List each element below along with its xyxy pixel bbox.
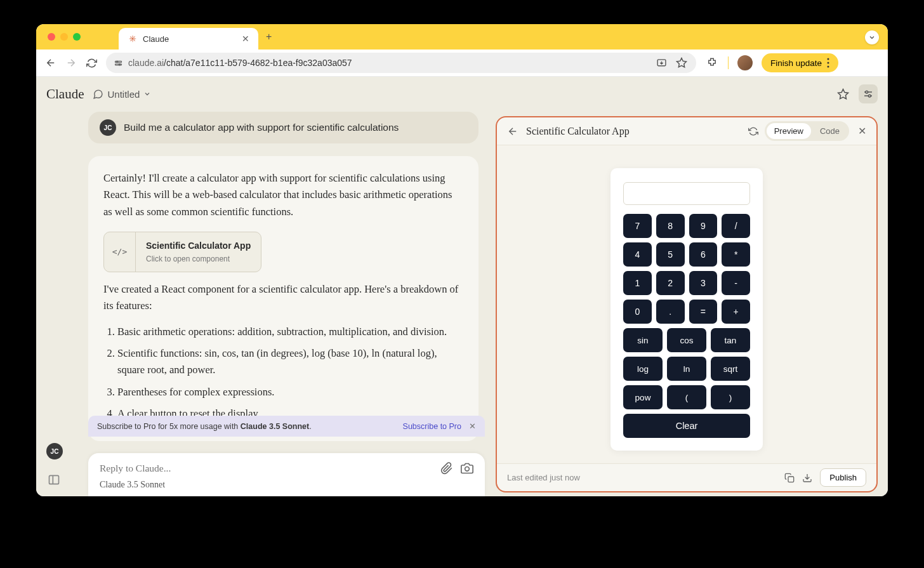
calc-key-8[interactable]: 8: [656, 214, 685, 238]
app-header: Claude Untitled: [36, 77, 888, 111]
install-app-icon[interactable]: [654, 56, 668, 70]
extensions-icon[interactable]: [705, 56, 719, 70]
browser-tab[interactable]: Claude ✕: [119, 28, 258, 50]
chat-title: Untitled: [107, 89, 140, 100]
svg-point-8: [828, 66, 829, 68]
more-icon: [827, 58, 829, 68]
sidebar-toggle-icon[interactable]: [48, 473, 60, 486]
code-icon: </>: [104, 232, 136, 272]
calc-key-sin[interactable]: sin: [623, 328, 663, 352]
artifact-body: 7 8 9 / 4 5 6 * 1 2 3 - 0: [497, 145, 876, 463]
finish-update-button[interactable]: Finish update: [762, 53, 838, 72]
artifact-refresh-icon[interactable]: [748, 126, 758, 136]
nav-back-button[interactable]: [45, 57, 56, 69]
favorite-star-button[interactable]: [833, 84, 852, 103]
calc-key-6[interactable]: 6: [689, 242, 718, 267]
calc-key-log[interactable]: log: [623, 357, 663, 381]
artifact-panel: Scientific Calculator App Preview Code ✕: [496, 116, 878, 492]
camera-icon[interactable]: [461, 462, 473, 475]
calc-key-3[interactable]: 3: [689, 271, 718, 295]
model-label[interactable]: Claude 3.5 Sonnet: [100, 480, 473, 490]
assistant-message: Certainly! I'll create a calculator app …: [88, 156, 478, 441]
calc-key-9[interactable]: 9: [689, 214, 718, 238]
calc-key-tan[interactable]: tan: [711, 328, 750, 352]
chat-title-dropdown[interactable]: Untitled: [93, 89, 151, 100]
calc-key-7[interactable]: 7: [623, 214, 652, 238]
url-host: claude.ai: [128, 58, 164, 68]
svg-point-6: [828, 58, 829, 60]
promo-cta[interactable]: Subscribe to Pro: [403, 422, 461, 431]
view-toggle: Preview Code: [765, 121, 849, 141]
calc-key-5[interactable]: 5: [656, 242, 685, 267]
copy-icon[interactable]: [784, 473, 795, 483]
calc-key-sqrt[interactable]: sqrt: [711, 357, 750, 381]
window-controls: [48, 33, 81, 41]
calc-key-pow[interactable]: pow: [623, 385, 663, 409]
user-avatar: JC: [100, 119, 116, 136]
calc-key-2[interactable]: 2: [656, 271, 685, 295]
claude-logo-icon: [128, 34, 138, 44]
calc-key-dot[interactable]: .: [656, 300, 685, 324]
download-icon[interactable]: [802, 473, 812, 483]
tabs-dropdown[interactable]: [865, 30, 879, 44]
calc-key-clear[interactable]: Clear: [623, 414, 750, 438]
window-close[interactable]: [48, 33, 55, 41]
attachment-icon[interactable]: [440, 462, 453, 475]
user-message: JC Build me a calculator app with suppor…: [88, 112, 478, 143]
window-minimize[interactable]: [60, 33, 68, 41]
calc-key-divide[interactable]: /: [722, 214, 750, 238]
user-message-text: Build me a calculator app with support f…: [124, 122, 399, 133]
artifact-status: Last edited just now: [507, 473, 580, 482]
nav-forward-button[interactable]: [65, 57, 77, 69]
calc-key-4[interactable]: 4: [623, 242, 652, 267]
svg-rect-16: [788, 477, 794, 482]
calc-key-lparen[interactable]: (: [667, 385, 706, 409]
artifact-back-button[interactable]: [507, 126, 518, 137]
calc-key-minus[interactable]: -: [722, 271, 750, 295]
feature-list: Basic arithmetic operations: addition, s…: [103, 324, 463, 423]
calc-key-plus[interactable]: +: [722, 300, 750, 324]
input-area: Claude 3.5 Sonnet: [88, 453, 485, 496]
chevron-down-icon: [143, 90, 151, 98]
profile-avatar[interactable]: [737, 55, 753, 70]
artifact-card[interactable]: </> Scientific Calculator App Click to o…: [103, 232, 261, 272]
app-brand[interactable]: Claude: [46, 86, 84, 102]
publish-button[interactable]: Publish: [820, 468, 866, 487]
preview-tab[interactable]: Preview: [767, 123, 811, 139]
calc-key-rparen[interactable]: ): [711, 385, 750, 409]
side-user-avatar[interactable]: JC: [46, 443, 63, 459]
svg-rect-14: [50, 475, 59, 484]
code-tab[interactable]: Code: [812, 123, 847, 139]
calc-key-multiply[interactable]: *: [722, 242, 750, 267]
calc-key-ln[interactable]: ln: [667, 357, 706, 381]
calc-key-1[interactable]: 1: [623, 271, 652, 295]
settings-sliders-button[interactable]: [859, 84, 878, 103]
svg-point-3: [116, 61, 118, 63]
calc-key-cos[interactable]: cos: [667, 328, 706, 352]
calculator-display[interactable]: [623, 182, 750, 205]
browser-tab-strip: Claude ✕ +: [36, 24, 888, 50]
promo-close-icon[interactable]: ✕: [469, 421, 476, 431]
reply-input[interactable]: [100, 463, 433, 474]
calc-key-equals[interactable]: =: [689, 300, 718, 324]
window-maximize[interactable]: [73, 33, 81, 41]
new-tab-button[interactable]: +: [266, 31, 272, 43]
list-item: Parentheses for complex expressions.: [117, 384, 463, 400]
svg-point-11: [866, 91, 868, 93]
svg-point-4: [119, 63, 121, 65]
calc-key-0[interactable]: 0: [623, 300, 652, 324]
reload-button[interactable]: [86, 57, 97, 69]
artifact-header: Scientific Calculator App Preview Code ✕: [497, 117, 876, 145]
artifact-card-subtitle: Click to open component: [146, 253, 251, 265]
artifact-close-icon[interactable]: ✕: [858, 125, 866, 137]
bookmark-star-icon[interactable]: [675, 56, 689, 70]
url-field[interactable]: claude.ai/chat/a7e11c11-b579-4682-b1ea-f…: [106, 53, 696, 73]
url-path: /chat/a7e11c11-b579-4682-b1ea-f9c32a03a0…: [164, 58, 352, 68]
promo-banner: Subscribe to Pro for 5x more usage with …: [88, 416, 485, 437]
url-bar: claude.ai/chat/a7e11c11-b579-4682-b1ea-f…: [36, 50, 888, 77]
tab-close-icon[interactable]: ✕: [242, 34, 249, 44]
tab-title: Claude: [143, 34, 237, 44]
finish-update-label: Finish update: [770, 58, 822, 68]
site-settings-icon[interactable]: [114, 58, 123, 68]
chat-icon: [93, 89, 103, 100]
